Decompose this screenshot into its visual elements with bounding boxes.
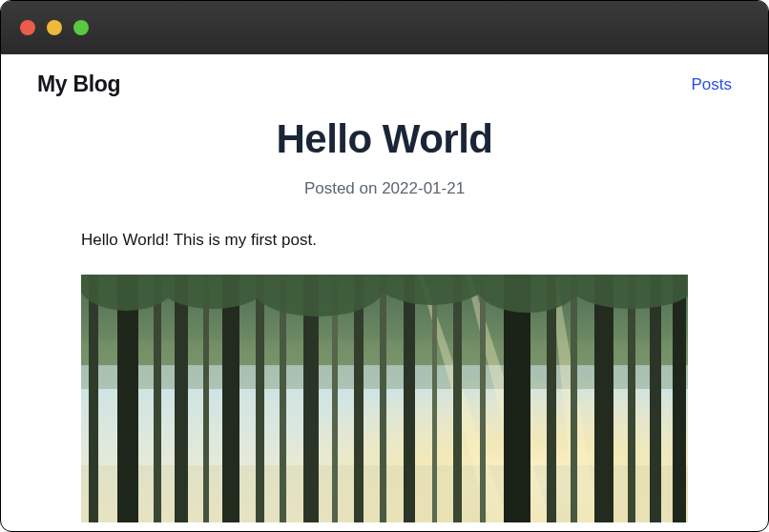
- svg-rect-29: [650, 275, 661, 522]
- window-titlebar: [1, 1, 768, 54]
- post-date: 2022-01-21: [382, 179, 465, 197]
- post-body-text: Hello World! This is my first post.: [81, 231, 688, 250]
- svg-rect-22: [453, 275, 462, 522]
- svg-rect-11: [175, 275, 188, 522]
- close-icon[interactable]: [20, 20, 35, 35]
- svg-rect-23: [480, 275, 486, 522]
- nav-posts-link[interactable]: Posts: [691, 75, 732, 94]
- post-title: Hello World: [81, 116, 688, 162]
- post-hero-image: [81, 275, 688, 522]
- svg-rect-10: [154, 275, 161, 522]
- svg-rect-25: [547, 275, 556, 522]
- svg-rect-26: [571, 275, 577, 522]
- svg-rect-20: [404, 275, 415, 522]
- svg-rect-19: [380, 275, 386, 522]
- maximize-icon[interactable]: [73, 20, 89, 35]
- post-meta: Posted on 2022-01-21: [81, 179, 688, 198]
- svg-rect-12: [203, 275, 209, 522]
- svg-rect-14: [256, 275, 264, 522]
- minimize-icon[interactable]: [47, 20, 62, 35]
- svg-rect-30: [673, 275, 686, 522]
- post-content: Hello World Posted on 2022-01-21 Hello W…: [1, 116, 768, 522]
- site-title: My Blog: [37, 72, 120, 97]
- post-meta-prefix: Posted on: [304, 179, 382, 197]
- svg-rect-28: [628, 275, 635, 522]
- site-header: My Blog Posts: [1, 54, 768, 97]
- svg-rect-13: [222, 275, 239, 522]
- svg-rect-9: [117, 275, 138, 522]
- svg-rect-18: [354, 275, 364, 522]
- svg-rect-27: [594, 275, 613, 522]
- svg-rect-8: [89, 275, 98, 522]
- svg-rect-21: [432, 275, 437, 522]
